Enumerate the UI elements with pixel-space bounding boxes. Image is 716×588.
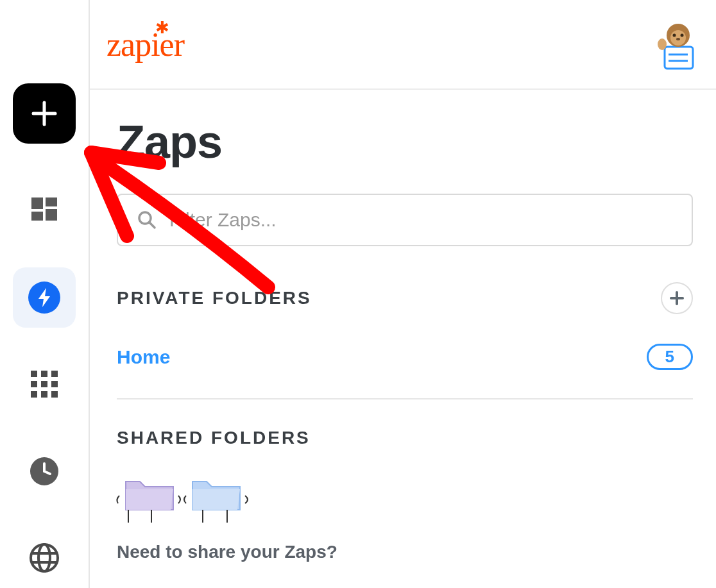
add-private-folder-button[interactable] bbox=[661, 282, 693, 314]
svg-rect-8 bbox=[41, 371, 47, 377]
svg-rect-15 bbox=[51, 391, 58, 398]
zap-bolt-icon bbox=[28, 281, 60, 314]
clock-icon bbox=[29, 456, 60, 487]
share-zaps-prompt: Need to share your Zaps? bbox=[117, 542, 693, 562]
svg-rect-9 bbox=[51, 371, 58, 377]
globe-icon bbox=[28, 542, 60, 574]
svg-rect-3 bbox=[46, 197, 57, 206]
shared-folders-illustration bbox=[114, 467, 693, 525]
nav-apps[interactable] bbox=[13, 355, 76, 415]
folder-row: Home 5 bbox=[117, 337, 693, 399]
dashboard-icon bbox=[29, 195, 60, 226]
svg-rect-2 bbox=[31, 197, 43, 209]
nav-history[interactable] bbox=[13, 441, 76, 501]
private-folders-title: PRIVATE FOLDERS bbox=[117, 288, 312, 308]
svg-rect-10 bbox=[31, 381, 37, 387]
apps-grid-icon bbox=[30, 369, 59, 399]
svg-rect-5 bbox=[46, 209, 57, 221]
svg-point-30 bbox=[676, 38, 680, 40]
svg-rect-11 bbox=[41, 381, 47, 387]
search-icon bbox=[137, 210, 157, 230]
svg-line-33 bbox=[149, 223, 155, 228]
create-zap-button[interactable] bbox=[13, 83, 76, 144]
svg-point-19 bbox=[31, 544, 58, 571]
nav-explore[interactable] bbox=[13, 528, 76, 589]
svg-rect-7 bbox=[31, 371, 37, 377]
nav-dashboard[interactable] bbox=[13, 181, 76, 241]
shared-folders-title: SHARED FOLDERS bbox=[117, 428, 693, 448]
svg-rect-4 bbox=[31, 212, 43, 221]
private-folders-header: PRIVATE FOLDERS bbox=[117, 282, 693, 314]
filter-zaps-field[interactable] bbox=[117, 194, 693, 246]
svg-point-28 bbox=[673, 34, 676, 37]
svg-point-31 bbox=[658, 38, 667, 50]
sidebar bbox=[0, 0, 90, 588]
svg-point-29 bbox=[681, 34, 684, 37]
svg-rect-23 bbox=[665, 47, 693, 69]
filter-zaps-input[interactable] bbox=[169, 209, 672, 231]
page-title: Zaps bbox=[117, 115, 693, 168]
plus-icon bbox=[670, 291, 684, 305]
folder-home-link[interactable]: Home bbox=[117, 346, 170, 368]
main: ✱zapier Zaps bbox=[90, 0, 716, 588]
plus-icon bbox=[28, 97, 60, 130]
nav-zaps[interactable] bbox=[13, 267, 76, 328]
svg-point-20 bbox=[38, 544, 50, 571]
shared-folders-section: SHARED FOLDERS bbox=[117, 428, 693, 562]
account-avatar[interactable] bbox=[656, 22, 701, 67]
header: ✱zapier bbox=[90, 0, 716, 90]
folder-home-count: 5 bbox=[647, 344, 693, 370]
svg-rect-12 bbox=[51, 381, 58, 387]
svg-rect-13 bbox=[31, 391, 37, 398]
svg-rect-14 bbox=[41, 391, 47, 398]
avatar-icon bbox=[657, 19, 699, 70]
brand-logo[interactable]: ✱zapier bbox=[107, 26, 184, 63]
